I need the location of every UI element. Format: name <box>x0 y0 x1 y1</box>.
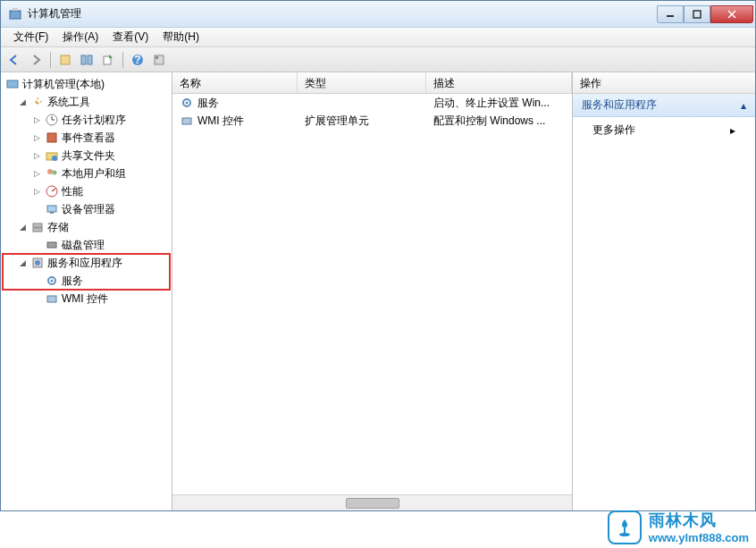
tree-label: 服务 <box>62 274 83 289</box>
minimize-button[interactable] <box>657 5 684 23</box>
expand-icon[interactable]: ▷ <box>31 132 42 143</box>
watermark-text: 雨林木风 www.ylmf888.com <box>649 510 749 544</box>
tree-label: 存储 <box>47 220 69 235</box>
tree-perf[interactable]: ▷ 性能 <box>3 182 170 200</box>
cell-text: 启动、终止并设置 Win... <box>426 96 572 111</box>
expand-icon[interactable]: ▷ <box>31 114 42 125</box>
svg-rect-13 <box>155 56 158 59</box>
list-row-wmi[interactable]: WMI 控件 扩展管理单元 配置和控制 Windows ... <box>172 112 572 130</box>
menu-view[interactable]: 查看(V) <box>105 28 155 46</box>
svg-point-30 <box>55 244 56 246</box>
action-section-label: 服务和应用程序 <box>582 97 657 113</box>
svg-point-20 <box>52 156 57 161</box>
show-hide-icon[interactable] <box>55 50 75 70</box>
menu-file[interactable]: 文件(F) <box>6 28 55 46</box>
svg-rect-8 <box>88 55 92 64</box>
collapse-arrow-icon: ▴ <box>741 99 746 112</box>
tree-storage[interactable]: ◢ 存储 <box>3 218 170 236</box>
device-icon <box>45 202 59 216</box>
action-section[interactable]: 服务和应用程序 ▴ <box>573 94 755 117</box>
svg-rect-25 <box>47 206 56 212</box>
expander-empty <box>31 204 42 215</box>
watermark-logo-icon <box>608 510 642 544</box>
list-pane: 名称 类型 描述 服务 启动、终止并设置 Win... WMI 控件 <box>172 72 573 510</box>
services-group-icon <box>30 256 45 270</box>
svg-rect-26 <box>50 212 54 214</box>
maximize-button[interactable] <box>684 5 710 23</box>
expander-empty <box>31 275 42 286</box>
content-area: 计算机管理(本地) ◢ 系统工具 ▷ 任务计划程序 ▷ 事件查看器 ▷ 共享文件… <box>1 72 755 510</box>
tree-label: WMI 控件 <box>62 291 108 307</box>
svg-point-37 <box>186 102 189 105</box>
menu-help[interactable]: 帮助(H) <box>155 28 206 46</box>
toolbar-separator <box>122 52 123 68</box>
tree-label: 性能 <box>62 184 83 199</box>
tree-root[interactable]: 计算机管理(本地) <box>3 75 170 93</box>
list-row-services[interactable]: 服务 启动、终止并设置 Win... <box>172 94 572 112</box>
expander-empty <box>31 240 42 250</box>
col-desc[interactable]: 描述 <box>426 72 572 93</box>
svg-rect-14 <box>7 80 18 88</box>
action-more[interactable]: 更多操作 ▸ <box>573 117 755 143</box>
folder-share-icon <box>45 148 59 163</box>
svg-rect-0 <box>10 11 21 19</box>
window-title: 计算机管理 <box>28 6 657 21</box>
wmi-icon <box>180 114 194 128</box>
close-button[interactable] <box>710 5 753 23</box>
list-body[interactable]: 服务 启动、终止并设置 Win... WMI 控件 扩展管理单元 配置和控制 W… <box>172 94 572 494</box>
expand-icon[interactable]: ▷ <box>31 186 42 197</box>
menu-action[interactable]: 操作(A) <box>55 28 105 46</box>
help-icon[interactable]: ? <box>128 50 147 70</box>
expand-icon[interactable]: ▷ <box>31 168 42 179</box>
tree-localuser[interactable]: ▷ 本地用户和组 <box>3 164 170 182</box>
tree-shares[interactable]: ▷ 共享文件夹 <box>3 147 170 164</box>
storage-icon <box>30 220 45 234</box>
collapse-icon[interactable]: ◢ <box>17 222 28 232</box>
tree-wmi[interactable]: WMI 控件 <box>3 290 170 308</box>
tree-systools[interactable]: ◢ 系统工具 <box>3 93 170 111</box>
svg-rect-39 <box>624 527 626 533</box>
properties-icon[interactable] <box>77 50 97 70</box>
collapse-icon[interactable]: ◢ <box>17 257 28 268</box>
horizontal-scrollbar[interactable] <box>172 494 572 510</box>
svg-point-34 <box>51 280 54 282</box>
tree-diskmgmt[interactable]: 磁盘管理 <box>3 236 170 254</box>
svg-point-22 <box>53 171 57 175</box>
tree-services[interactable]: 服务 <box>3 272 170 290</box>
export-icon[interactable] <box>98 50 118 70</box>
gear-icon <box>45 274 59 288</box>
svg-point-21 <box>47 169 53 174</box>
submenu-arrow-icon: ▸ <box>730 124 735 137</box>
collapse-icon[interactable]: ◢ <box>17 97 28 107</box>
svg-rect-3 <box>693 11 701 18</box>
forward-button[interactable] <box>26 50 46 70</box>
scrollbar-thumb[interactable] <box>346 498 399 509</box>
svg-rect-38 <box>182 118 191 124</box>
svg-rect-6 <box>61 55 70 64</box>
expander-empty <box>31 293 42 304</box>
svg-text:?: ? <box>134 54 140 66</box>
action-item-label: 更多操作 <box>592 122 635 138</box>
clock-icon <box>45 113 59 127</box>
watermark-url: www.ylmf888.com <box>649 531 749 544</box>
svg-rect-28 <box>33 228 42 232</box>
back-button[interactable] <box>4 50 24 70</box>
actions-pane: 操作 服务和应用程序 ▴ 更多操作 ▸ <box>573 72 755 510</box>
tree-svcapp[interactable]: ◢ 服务和应用程序 <box>3 254 170 272</box>
tree-label: 任务计划程序 <box>62 113 126 128</box>
refresh-icon[interactable] <box>149 50 169 70</box>
tree-label: 系统工具 <box>47 95 90 110</box>
tree-label: 本地用户和组 <box>62 166 126 181</box>
tree-eventviewer[interactable]: ▷ 事件查看器 <box>3 129 170 147</box>
tree-label: 计算机管理(本地) <box>22 77 105 92</box>
tree-devmgr[interactable]: 设备管理器 <box>3 200 170 218</box>
tree-taskscheduler[interactable]: ▷ 任务计划程序 <box>3 111 170 129</box>
tree-pane[interactable]: 计算机管理(本地) ◢ 系统工具 ▷ 任务计划程序 ▷ 事件查看器 ▷ 共享文件… <box>1 72 172 510</box>
expand-icon[interactable]: ▷ <box>31 150 42 161</box>
col-name[interactable]: 名称 <box>172 72 298 93</box>
actions-header: 操作 <box>573 72 755 94</box>
svg-rect-18 <box>47 133 56 142</box>
disk-icon <box>45 238 59 252</box>
window-buttons <box>657 5 753 23</box>
col-type[interactable]: 类型 <box>298 72 426 93</box>
